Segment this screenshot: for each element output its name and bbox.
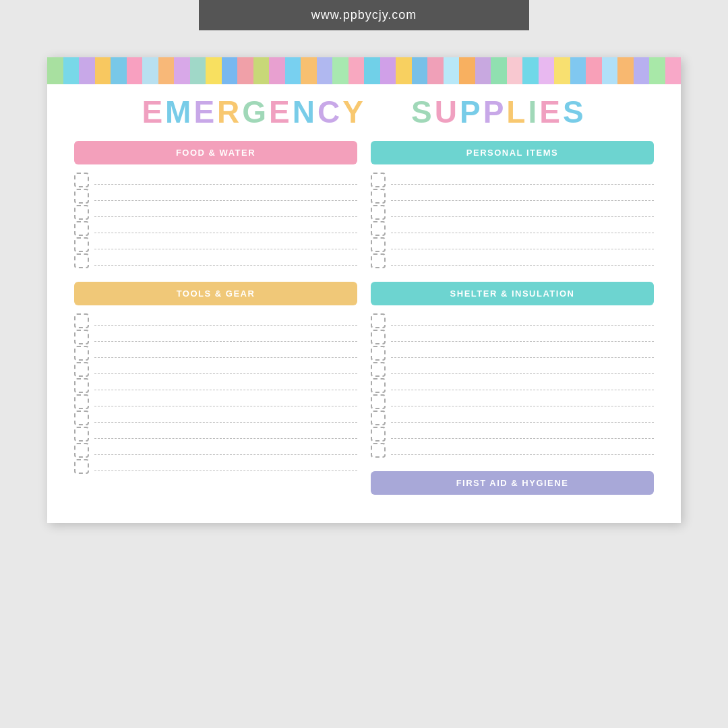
checkbox[interactable] — [74, 330, 89, 344]
table-row — [74, 427, 357, 442]
table-row — [74, 221, 357, 236]
table-row — [74, 378, 357, 393]
table-row — [74, 346, 357, 361]
url-bar: www.ppbycjy.com — [199, 0, 529, 30]
checkbox[interactable] — [74, 313, 89, 328]
left-column: FOOD & WATER TOOLS & GEAR — [74, 141, 357, 503]
checkbox[interactable] — [74, 443, 89, 458]
rainbow-stripes — [47, 57, 681, 84]
table-row — [371, 173, 654, 187]
checkbox[interactable] — [371, 411, 386, 425]
shelter-insulation-list — [371, 313, 654, 458]
table-row — [371, 189, 654, 204]
table-row — [371, 411, 654, 425]
checkbox[interactable] — [371, 330, 386, 344]
checkbox[interactable] — [74, 427, 89, 442]
checkbox[interactable] — [371, 189, 386, 204]
table-row — [74, 443, 357, 458]
main-page: EMERGENCY SUPPLIES FOOD & WATER TOOLS — [47, 57, 681, 523]
checkbox[interactable] — [74, 221, 89, 236]
table-row — [74, 394, 357, 409]
checkbox[interactable] — [371, 362, 386, 377]
personal-items-header: PERSONAL ITEMS — [371, 141, 654, 164]
checkbox[interactable] — [371, 313, 386, 328]
table-row — [371, 362, 654, 377]
table-row — [74, 459, 357, 474]
checkbox[interactable] — [74, 205, 89, 220]
shelter-insulation-header: SHELTER & INSULATION — [371, 282, 654, 305]
table-row — [74, 189, 357, 204]
table-row — [371, 394, 654, 409]
table-row — [74, 237, 357, 252]
personal-items-list — [371, 173, 654, 268]
checkbox[interactable] — [74, 459, 89, 474]
checkbox[interactable] — [371, 346, 386, 361]
tools-gear-header: TOOLS & GEAR — [74, 282, 357, 305]
table-row — [74, 253, 357, 268]
checkbox[interactable] — [74, 189, 89, 204]
checkbox[interactable] — [371, 378, 386, 393]
table-row — [74, 205, 357, 220]
tools-gear-list — [74, 313, 357, 474]
table-row — [74, 411, 357, 425]
table-row — [371, 427, 654, 442]
checkbox[interactable] — [371, 427, 386, 442]
checkbox[interactable] — [371, 443, 386, 458]
table-row — [371, 253, 654, 268]
table-row — [371, 443, 654, 458]
page-title: EMERGENCY SUPPLIES — [47, 84, 681, 141]
checkbox[interactable] — [371, 237, 386, 252]
checkbox[interactable] — [74, 394, 89, 409]
table-row — [371, 378, 654, 393]
right-column: PERSONAL ITEMS SHELTER & INSULATION — [371, 141, 654, 503]
checkbox[interactable] — [74, 253, 89, 268]
checkbox[interactable] — [74, 173, 89, 187]
table-row — [74, 362, 357, 377]
checkbox[interactable] — [371, 205, 386, 220]
checkbox[interactable] — [74, 346, 89, 361]
checkbox[interactable] — [74, 362, 89, 377]
table-row — [371, 205, 654, 220]
checkbox[interactable] — [74, 378, 89, 393]
table-row — [74, 313, 357, 328]
table-row — [371, 313, 654, 328]
checkbox[interactable] — [74, 237, 89, 252]
checkbox[interactable] — [371, 173, 386, 187]
table-row — [371, 221, 654, 236]
food-water-list — [74, 173, 357, 268]
table-row — [74, 330, 357, 344]
table-row — [371, 330, 654, 344]
checkbox[interactable] — [371, 394, 386, 409]
food-water-header: FOOD & WATER — [74, 141, 357, 164]
content-columns: FOOD & WATER TOOLS & GEAR — [47, 141, 681, 503]
checkbox[interactable] — [74, 411, 89, 425]
table-row — [371, 237, 654, 252]
checkbox[interactable] — [371, 221, 386, 236]
first-aid-hygiene-header: FIRST AID & HYGIENE — [371, 471, 654, 495]
table-row — [371, 346, 654, 361]
checkbox[interactable] — [371, 253, 386, 268]
url-text: www.ppbycjy.com — [311, 8, 417, 22]
table-row — [74, 173, 357, 187]
